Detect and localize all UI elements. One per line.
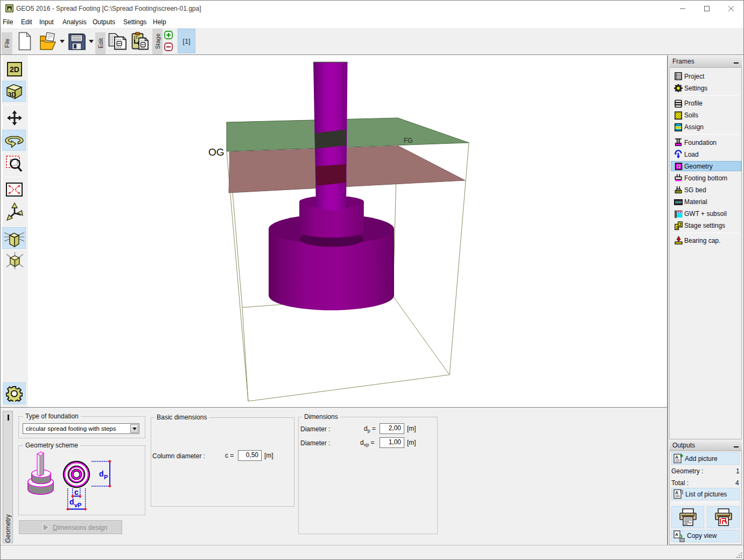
- svg-text:2: 2: [679, 222, 682, 227]
- svg-text:P: P: [104, 474, 108, 480]
- svg-text:FG: FG: [404, 137, 413, 144]
- svg-text:A: A: [675, 454, 678, 460]
- svg-text:OG: OG: [208, 146, 224, 158]
- svg-text:A: A: [675, 532, 678, 537]
- svg-text:c: c: [74, 488, 79, 496]
- svg-text:A: A: [675, 490, 678, 495]
- svg-text:d: d: [69, 498, 74, 506]
- svg-text:d: d: [99, 470, 104, 478]
- svg-text:vP: vP: [74, 502, 81, 508]
- svg-text:3D: 3D: [8, 90, 17, 99]
